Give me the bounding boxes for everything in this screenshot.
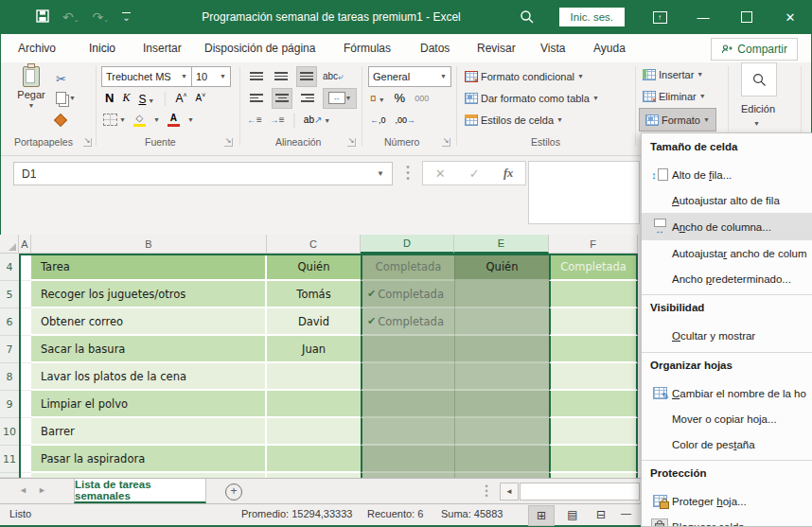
underline-button[interactable]: S ▼ (138, 90, 154, 107)
zoom-out-button[interactable]: — (621, 507, 631, 518)
cell-c9[interactable] (267, 391, 361, 418)
cell-d9[interactable] (361, 391, 454, 418)
cell-f11[interactable] (549, 446, 638, 473)
name-box[interactable]: D1 ▼ (13, 162, 393, 185)
cell-e10[interactable] (454, 418, 549, 446)
undo-icon[interactable]: ↶⌄ (62, 10, 79, 24)
comma-style-button[interactable]: 000 (415, 94, 429, 103)
cut-button[interactable]: ✂ (56, 69, 66, 89)
cell-e6[interactable] (454, 308, 549, 336)
alignment-dialog-launcher-icon[interactable]: ↘ (347, 138, 356, 147)
cell-c4[interactable]: Quién (267, 254, 361, 281)
number-dialog-launcher-icon[interactable]: ↘ (442, 138, 450, 147)
cell-a5[interactable] (21, 281, 31, 308)
cell-d10[interactable] (361, 418, 454, 446)
name-box-arrow-icon[interactable]: ▼ (377, 169, 384, 178)
search-icon[interactable] (508, 0, 546, 34)
sign-in-button[interactable]: Inic. ses. (559, 8, 625, 26)
fill-color-button[interactable]: ◇ (133, 114, 146, 127)
cell-a9[interactable] (21, 391, 31, 418)
cell-e5[interactable] (454, 281, 549, 308)
cell-c11[interactable] (267, 446, 361, 473)
formula-input[interactable] (528, 161, 640, 224)
normal-view-button[interactable]: ⊞ (528, 505, 555, 526)
tab-datos[interactable]: Datos (420, 34, 450, 62)
column-header-f[interactable]: F (549, 235, 638, 254)
cell-c7[interactable]: Juan (267, 336, 361, 363)
cell-e11[interactable] (454, 446, 549, 473)
cancel-entry-icon[interactable]: ✕ (435, 167, 446, 181)
cell-d7[interactable] (361, 336, 454, 363)
hscroll-thumb[interactable] (520, 483, 640, 501)
cell-f4[interactable]: Completada (549, 254, 638, 281)
row-header[interactable]: 7 (0, 336, 19, 363)
cell-d5[interactable]: ✔Completada (361, 281, 454, 308)
menu-item-move-copy-sheet[interactable]: Mover o copiar hoja... (642, 406, 812, 431)
minimize-button[interactable]: — (681, 0, 725, 34)
ribbon-display-options-icon[interactable]: ↑ (638, 0, 681, 34)
customize-qat-icon[interactable]: ⌄ (122, 12, 130, 23)
menu-item-column-width[interactable]: ↔ Ancho de columna... (642, 213, 812, 240)
page-break-view-button[interactable]: ⊟ (589, 505, 613, 524)
row-header[interactable]: 10 (0, 418, 19, 446)
row-header[interactable]: 9 (0, 391, 19, 418)
row-header[interactable]: 5 (0, 281, 19, 308)
menu-item-autofit-row-height[interactable]: Autoajustar alto de fila (642, 187, 812, 213)
cell-f10[interactable] (549, 418, 638, 446)
sheet-nav-left-icon[interactable]: ◄ (19, 485, 27, 495)
cell-e9[interactable] (454, 391, 549, 418)
borders-button[interactable]: ▼ (103, 114, 126, 126)
close-button[interactable]: ✕ (768, 0, 812, 34)
orientation-button[interactable]: ab↗ ▼ (304, 114, 330, 125)
cell-c5[interactable]: Tomás (267, 281, 361, 308)
sheet-nav-right-icon[interactable]: ► (38, 485, 46, 495)
row-header[interactable]: 6 (0, 308, 19, 336)
page-layout-view-button[interactable]: ▤ (560, 505, 585, 524)
insert-function-icon[interactable]: fx (503, 167, 513, 181)
cell-b9[interactable]: Limpiar el polvo (31, 391, 267, 418)
tab-archivo[interactable]: Archivo (18, 34, 56, 62)
menu-item-protect-sheet[interactable]: Proteger hoja... (642, 488, 812, 514)
font-dialog-launcher-icon[interactable]: ↘ (224, 138, 233, 147)
menu-item-tab-color[interactable]: Color de pestaña (642, 431, 812, 457)
cell-a8[interactable] (21, 363, 31, 391)
new-sheet-icon[interactable]: + (225, 483, 242, 501)
accounting-format-button[interactable]: ¤ ▼ (370, 92, 385, 105)
number-format-select[interactable]: General▼ (368, 66, 451, 86)
cell-f5[interactable] (549, 281, 638, 308)
tab-ayuda[interactable]: Ayuda (593, 34, 626, 62)
cell-f9[interactable] (549, 391, 638, 418)
menu-item-row-height[interactable]: ↕ Alto de fila... (642, 162, 812, 187)
increase-decimal-button[interactable]: ←,0 (370, 115, 386, 125)
save-icon[interactable] (36, 9, 49, 25)
clipboard-dialog-launcher-icon[interactable]: ↘ (83, 138, 92, 147)
hscroll-left-icon[interactable]: ◄ (500, 483, 519, 501)
cell-styles-button[interactable]: Estilos de celda▼ (465, 110, 563, 130)
menu-item-lock-cell[interactable]: Bloquear celda (642, 514, 812, 527)
insert-cells-button[interactable]: Insertar▼ (643, 64, 703, 84)
tabbar-resize-handle[interactable]: ••• (485, 484, 488, 499)
menu-item-default-width[interactable]: Ancho predeterminado... (642, 266, 812, 291)
cell-c6[interactable]: David (267, 308, 361, 336)
tab-revisar[interactable]: Revisar (477, 34, 516, 62)
cell-e7[interactable] (454, 336, 549, 363)
column-header-b[interactable]: B (31, 235, 267, 254)
cell-d4[interactable]: Completada (361, 254, 454, 281)
shrink-font-button[interactable]: A˅ (196, 92, 206, 103)
tab-vista[interactable]: Vista (540, 34, 565, 62)
cell-c8[interactable] (267, 363, 361, 391)
format-painter-button[interactable] (56, 110, 65, 130)
cell-b7[interactable]: Sacar la basura (31, 336, 267, 363)
cell-d11[interactable] (361, 446, 454, 473)
cell-f7[interactable] (549, 336, 638, 363)
align-right-button[interactable] (298, 89, 317, 108)
menu-item-autofit-column-width[interactable]: Autoajustar ancho de colum (642, 240, 812, 266)
delete-cells-button[interactable]: Eliminar▼ (643, 86, 706, 106)
cell-a11[interactable] (21, 446, 31, 473)
cell-b10[interactable]: Barrer (31, 418, 267, 446)
merge-center-button[interactable]: ↔▼ (323, 88, 357, 109)
align-bottom-button[interactable] (296, 66, 317, 87)
bold-button[interactable]: N (105, 91, 114, 105)
column-header-e[interactable]: E (454, 235, 549, 254)
tab-inicio[interactable]: Inicio (89, 34, 115, 65)
